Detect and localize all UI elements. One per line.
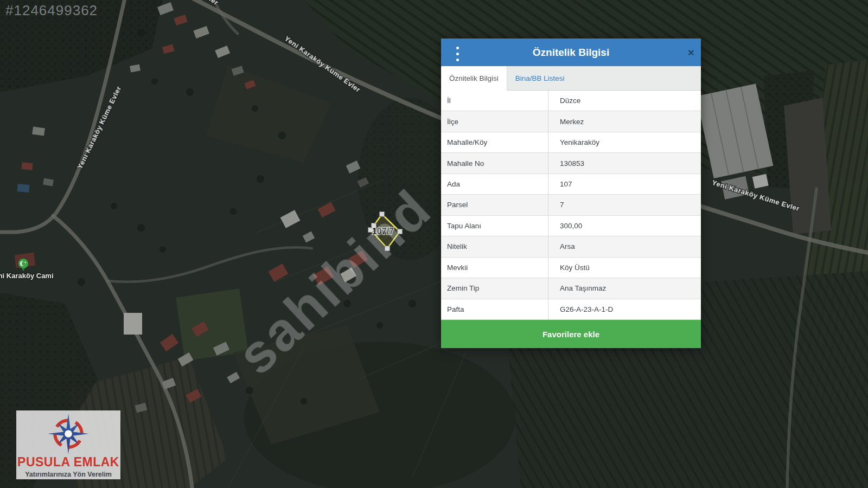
- logo-tagline: Yatırımlarınıza Yön Verelim: [25, 471, 112, 478]
- dialog-tabbar: Öznitelik Bilgisi Bina/BB Listesi: [441, 66, 701, 91]
- row-label: Zemin Tip: [441, 278, 548, 298]
- row-label: Ada: [441, 174, 548, 194]
- row-value: Köy Üstü: [548, 258, 701, 278]
- row-label: Mevkii: [441, 258, 548, 278]
- dialog-title: Öznitelik Bilgisi: [533, 47, 609, 59]
- add-to-favorites-button[interactable]: Favorilere ekle: [441, 320, 701, 348]
- table-row: İlçe Merkez: [441, 111, 701, 132]
- row-value: Yenikaraköy: [548, 132, 701, 152]
- row-value: Düzce: [548, 91, 701, 111]
- row-value: 107: [548, 174, 701, 194]
- table-row: Parsel 7: [441, 195, 701, 215]
- dark-overlay: [0, 0, 868, 488]
- vertical-dots-icon: [456, 47, 459, 49]
- tab-oznitelik-bilgisi[interactable]: Öznitelik Bilgisi: [441, 66, 507, 91]
- table-row: Mahalle/Köy Yenikaraköy: [441, 132, 701, 153]
- listing-id: #1246499362: [5, 2, 98, 19]
- close-icon[interactable]: ×: [688, 38, 694, 66]
- row-value: 7: [548, 195, 701, 215]
- row-label: Pafta: [441, 299, 548, 319]
- compass-icon: [45, 412, 92, 456]
- logo-name: PUSULA EMLAK: [17, 456, 119, 468]
- attribute-table: İl Düzce İlçe Merkez Mahalle/Köy Yenikar…: [441, 91, 701, 320]
- table-row: Zemin Tip Ana Taşınmaz: [441, 278, 701, 299]
- mosque-label: Yeni Karaköy Cami: [0, 272, 54, 280]
- screenshot-stage: Yeni Karaköy Küme Evler Yeni Karaköy Küm…: [0, 0, 868, 488]
- menu-dots-button[interactable]: [449, 38, 466, 66]
- row-label: İl: [441, 91, 548, 111]
- row-label: Parsel: [441, 195, 548, 215]
- table-row: İl Düzce: [441, 91, 701, 111]
- pusula-emlak-logo: PUSULA EMLAK Yatırımlarınıza Yön Verelim: [16, 410, 120, 479]
- satellite-map[interactable]: Yeni Karaköy Küme Evler Yeni Karaköy Küm…: [0, 0, 868, 488]
- table-row: Mevkii Köy Üstü: [441, 258, 701, 278]
- row-value: 130853: [548, 153, 701, 173]
- row-label: Nitelik: [441, 236, 548, 256]
- row-label: İlçe: [441, 111, 548, 131]
- table-row: Tapu Alanı 300,00: [441, 216, 701, 236]
- attribute-dialog: Öznitelik Bilgisi × Öznitelik Bilgisi Bi…: [441, 38, 701, 348]
- row-label: Tapu Alanı: [441, 216, 548, 236]
- table-row: Ada 107: [441, 174, 701, 195]
- row-value: Ana Taşınmaz: [548, 278, 701, 298]
- table-row: Pafta G26-A-23-A-1-D: [441, 299, 701, 320]
- row-label: Mahalle No: [441, 153, 548, 173]
- table-row: Nitelik Arsa: [441, 236, 701, 257]
- tab-bina-bb-listesi[interactable]: Bina/BB Listesi: [507, 66, 573, 90]
- row-value: G26-A-23-A-1-D: [548, 299, 701, 319]
- row-value: Merkez: [548, 111, 701, 131]
- row-label: Mahalle/Köy: [441, 132, 548, 152]
- row-value: 300,00: [548, 216, 701, 236]
- dialog-header: Öznitelik Bilgisi ×: [441, 38, 701, 66]
- row-value: Arsa: [548, 236, 701, 256]
- table-row: Mahalle No 130853: [441, 153, 701, 174]
